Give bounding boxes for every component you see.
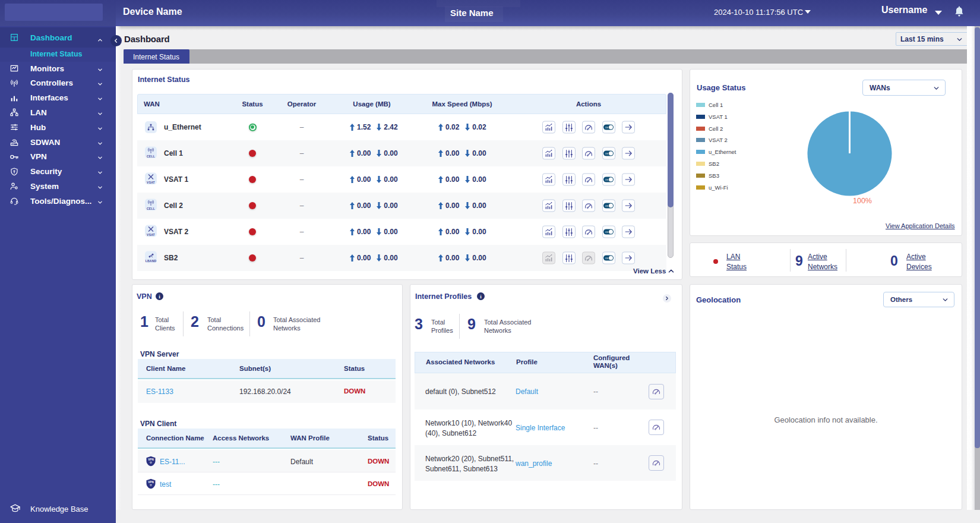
svg-text:VPN: VPN — [148, 458, 153, 461]
svg-text:VPN: VPN — [148, 481, 153, 484]
